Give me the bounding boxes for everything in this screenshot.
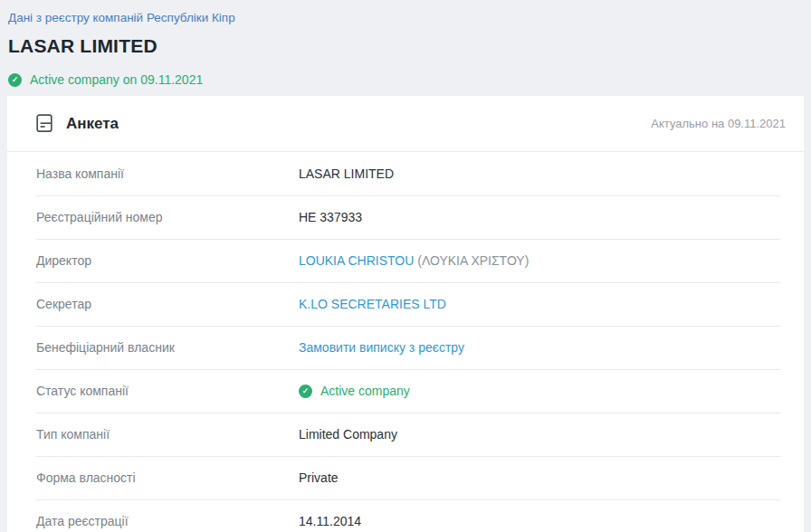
row-label: Статус компанії [36,384,299,398]
row-label: Реєстраційний номер [36,210,299,224]
table-row: СекретарK.LO SECRETARIES LTD [7,282,804,326]
company-status-line: ✓ Active company on 09.11.2021 [8,72,804,87]
table-row: Тип компаніїLimited Company [7,413,804,456]
table-row: Реєстраційний номерHE 337933 [7,195,804,239]
card-header: Анкета Актуально на 09.11.2021 [7,96,804,152]
row-label: Форма власності [36,470,299,485]
row-value: Limited Company [299,427,397,442]
row-link[interactable]: LOUKIA CHRISTOU [299,253,414,268]
check-circle-icon: ✓ [299,385,312,398]
row-value: K.LO SECRETARIES LTD [299,297,446,311]
row-label: Секретар [36,297,299,311]
page-title: LASAR LIMITED [8,35,804,57]
table-row: ДиректорLOUKIA CHRISTOU (ΛΟΥΚΙΑ ΧΡΙΣΤΟΥ) [7,239,804,282]
row-value: LOUKIA CHRISTOU (ΛΟΥΚΙΑ ΧΡΙΣΤΟΥ) [299,253,529,268]
info-table: Назва компаніїLASAR LIMITEDРеєстраційний… [7,152,804,532]
row-value-text: 14.11.2014 [299,514,361,528]
table-row: Дата реєстрації14.11.2014 [7,499,804,532]
table-row: Назва компаніїLASAR LIMITED [7,152,804,195]
card-title: Анкета [66,115,119,133]
row-value: ✓Active company [299,384,410,398]
row-label: Директор [36,253,299,268]
row-label: Дата реєстрації [36,514,299,528]
row-value-text: HE 337933 [299,210,362,224]
page-top: Дані з реєстру компаній Республіки Кіпр … [0,0,811,87]
check-circle-icon: ✓ [8,73,22,87]
row-link[interactable]: Замовити виписку з реєстру [299,340,464,355]
document-icon [36,114,53,133]
row-label: Назва компанії [36,166,299,181]
table-row: Форма власностіPrivate [7,456,804,499]
updated-date-label: Актуально на 09.11.2021 [651,117,786,130]
status-line-text: Active company on 09.11.2021 [30,72,203,87]
company-profile-card: Анкета Актуально на 09.11.2021 Назва ком… [7,96,804,532]
breadcrumb-registry-link[interactable]: Дані з реєстру компаній Республіки Кіпр [8,11,235,24]
row-value: LASAR LIMITED [299,166,394,181]
row-value: Замовити виписку з реєстру [299,340,464,355]
row-value: 14.11.2014 [299,514,361,528]
row-value: Private [299,470,339,485]
row-value-text: LASAR LIMITED [299,166,394,181]
row-value-text: Limited Company [299,427,397,442]
table-row: Бенефіціарний власникЗамовити виписку з … [7,326,804,369]
row-label: Бенефіціарний власник [36,340,299,355]
row-value-text: Private [299,470,339,485]
row-value: HE 337933 [299,210,362,224]
row-value-note: (ΛΟΥΚΙΑ ΧΡΙΣΤΟΥ) [414,253,529,268]
status-text: Active company [320,384,410,398]
status-badge: ✓Active company [299,384,410,398]
table-row: Статус компанії✓Active company [7,369,804,413]
row-label: Тип компанії [36,427,299,442]
row-link[interactable]: K.LO SECRETARIES LTD [299,297,446,311]
